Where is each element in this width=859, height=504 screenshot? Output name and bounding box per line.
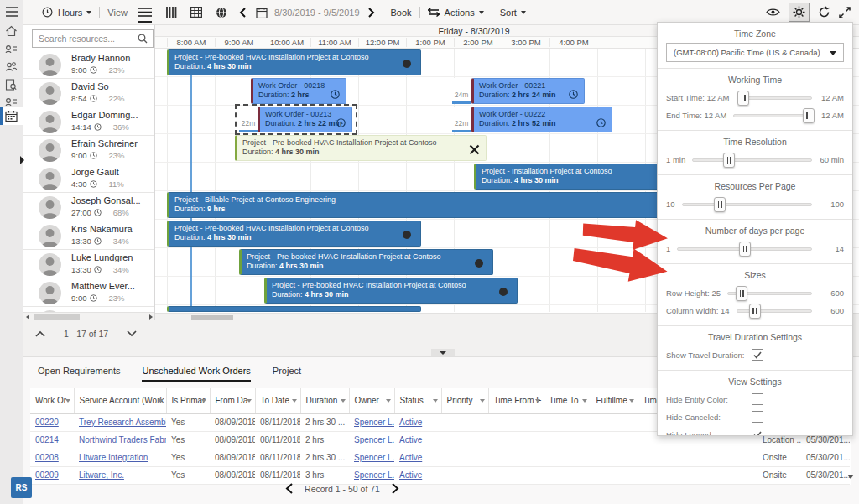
scroll-right-icon[interactable] bbox=[149, 314, 153, 320]
service-account-link[interactable]: Litware Integration bbox=[79, 453, 148, 462]
show-travel-checkbox-checked[interactable] bbox=[752, 349, 763, 361]
status-link[interactable]: Active bbox=[399, 470, 422, 480]
filter-chevron-icon[interactable] bbox=[480, 399, 485, 403]
column-header[interactable]: Work Or bbox=[30, 388, 74, 413]
user-initials-badge[interactable]: RS bbox=[11, 477, 32, 498]
column-width-slider[interactable] bbox=[737, 304, 812, 319]
document-search-icon[interactable] bbox=[5, 79, 18, 92]
filter-chevron-icon[interactable] bbox=[386, 399, 391, 403]
status-link[interactable]: Active bbox=[399, 435, 422, 444]
booking-block-project[interactable]: Project - Pre-booked HVAC Installation P… bbox=[239, 249, 493, 275]
hide-legend-checkbox-checked[interactable] bbox=[752, 429, 763, 436]
resources-per-page-slider[interactable] bbox=[682, 197, 812, 212]
owner-link[interactable]: Spencer L... bbox=[354, 435, 394, 444]
resource-horizontal-scrollbar[interactable] bbox=[23, 312, 155, 320]
booking-block-workorder[interactable]: Work Order - 00218 Duration: 2 hrs bbox=[251, 78, 346, 104]
status-link[interactable]: Active bbox=[399, 453, 422, 462]
start-time-slider[interactable] bbox=[737, 91, 813, 106]
column-header[interactable]: From Da bbox=[210, 388, 255, 413]
refresh-icon[interactable] bbox=[818, 6, 830, 18]
booking-block-project[interactable]: Project - Pre-booked HVAC Installation P… bbox=[167, 221, 421, 247]
status-link[interactable]: Active bbox=[399, 418, 422, 427]
gantt-view-icon[interactable] bbox=[138, 7, 152, 18]
panel-flyout-arrow-icon[interactable] bbox=[20, 156, 24, 164]
filter-chevron-icon[interactable] bbox=[433, 399, 438, 403]
work-order-link[interactable]: 00208 bbox=[35, 453, 59, 462]
booking-block-project[interactable]: Project - Pre-booked HVAC Installation P… bbox=[167, 49, 421, 75]
scrollbar-thumb[interactable] bbox=[34, 314, 80, 320]
work-order-row[interactable]: 00209 Litware, Inc. Yes 08/09/2018 08/11… bbox=[30, 466, 850, 484]
service-account-link[interactable]: Trey Research Assembly bbox=[79, 418, 166, 427]
grid-scroll-down-icon[interactable] bbox=[847, 475, 854, 479]
filter-chevron-icon[interactable] bbox=[535, 399, 540, 403]
page-up-chevron-icon[interactable] bbox=[35, 330, 45, 337]
fullscreen-resize-icon[interactable] bbox=[839, 7, 851, 18]
filter-chevron-icon[interactable] bbox=[201, 399, 206, 403]
column-header[interactable]: Service Account (Work ... bbox=[74, 388, 166, 413]
cancel-x-icon[interactable] bbox=[469, 144, 480, 155]
search-resources-input[interactable] bbox=[32, 29, 154, 48]
settings-gear-button-active[interactable] bbox=[789, 3, 810, 22]
column-header[interactable]: Priority bbox=[441, 388, 488, 413]
column-header[interactable]: Fulfillme bbox=[591, 388, 638, 413]
sort-dropdown[interactable]: Sort bbox=[500, 8, 526, 18]
column-header[interactable]: Duration bbox=[300, 388, 349, 413]
timeline-view-icon[interactable] bbox=[165, 7, 177, 18]
column-header[interactable]: Owner bbox=[349, 388, 394, 413]
booking-block-project[interactable]: Project - Pre-booked HVAC Installation P… bbox=[264, 278, 518, 304]
tab-unscheduled-work-orders[interactable]: Unscheduled Work Orders bbox=[142, 366, 250, 382]
resource-row[interactable]: Efrain Schreiner 9:0023% bbox=[23, 136, 155, 164]
hide-entity-color-checkbox-unchecked[interactable] bbox=[752, 393, 763, 405]
map-view-globe-icon[interactable] bbox=[216, 7, 227, 18]
panel-splitter-handle[interactable] bbox=[431, 349, 455, 356]
resource-row[interactable]: Luke Lundgren 13:3034% bbox=[23, 250, 155, 278]
visibility-eye-icon[interactable] bbox=[766, 8, 780, 17]
next-page-chevron-icon[interactable] bbox=[392, 483, 399, 494]
service-account-link[interactable]: Litware, Inc. bbox=[79, 470, 124, 480]
booking-block-workorder[interactable]: Work Order - 00222 Duration: 2 hrs 52 mi… bbox=[471, 107, 612, 132]
column-header[interactable]: Time From F bbox=[488, 388, 544, 413]
filter-chevron-icon[interactable] bbox=[247, 399, 252, 403]
tab-open-requirements[interactable]: Open Requirements bbox=[38, 366, 120, 382]
slider-thumb[interactable] bbox=[723, 153, 735, 168]
timezone-select[interactable]: (GMT-08:00) Pacific Time (US & Canada) bbox=[666, 43, 844, 62]
slider-thumb[interactable] bbox=[736, 286, 747, 301]
resource-row[interactable]: Kris Nakamura 13:3034% bbox=[23, 221, 155, 250]
service-account-link[interactable]: Northwind Traders Fabric... bbox=[79, 435, 166, 444]
actions-dropdown[interactable]: Actions bbox=[445, 8, 484, 18]
column-header[interactable]: To Date bbox=[255, 388, 300, 413]
booking-block-drag-preview[interactable]: Project - Pre-booked HVAC Installation P… bbox=[235, 135, 487, 161]
row-height-slider[interactable] bbox=[727, 286, 812, 301]
filter-chevron-icon[interactable] bbox=[292, 399, 297, 403]
days-per-page-slider[interactable] bbox=[677, 242, 812, 257]
book-button[interactable]: Book bbox=[391, 8, 412, 18]
date-picker-calendar-icon[interactable] bbox=[256, 7, 268, 18]
work-order-row[interactable]: 00208 Litware Integration Yes 08/09/2018… bbox=[30, 449, 850, 466]
people-group-icon[interactable] bbox=[5, 61, 18, 75]
owner-link[interactable]: Spencer L... bbox=[354, 453, 394, 462]
end-time-slider[interactable] bbox=[733, 108, 812, 123]
booking-block-project[interactable]: Project - Installation Project at Contos… bbox=[474, 164, 675, 190]
slider-thumb[interactable] bbox=[803, 108, 815, 123]
resource-row[interactable]: Joseph Gonsal... 27:0068% bbox=[23, 193, 155, 221]
owner-link[interactable]: Spencer L... bbox=[354, 470, 394, 480]
column-header[interactable]: Is Primar bbox=[166, 388, 210, 413]
resource-row[interactable]: Edgar Doming... 14:1436% bbox=[23, 107, 155, 136]
resources-contact-card-icon[interactable] bbox=[5, 44, 18, 57]
work-order-link[interactable]: 00214 bbox=[35, 435, 59, 444]
resource-row[interactable]: Matthew Ever... 9:0023% bbox=[23, 278, 155, 307]
filter-chevron-icon[interactable] bbox=[629, 399, 634, 403]
hours-scale-dropdown[interactable]: Hours bbox=[58, 8, 91, 18]
booking-block-workorder[interactable]: Work Order - 00221 Duration: 2 hrs 24 mi… bbox=[471, 78, 585, 104]
home-icon[interactable] bbox=[5, 25, 18, 39]
table-view-icon[interactable] bbox=[190, 7, 202, 18]
time-resolution-slider[interactable] bbox=[692, 153, 812, 168]
filter-chevron-icon[interactable] bbox=[341, 399, 346, 403]
filter-chevron-icon[interactable] bbox=[158, 399, 163, 403]
work-order-link[interactable]: 00209 bbox=[35, 470, 59, 480]
filter-chevron-icon[interactable] bbox=[582, 399, 587, 403]
owner-link[interactable]: Spencer L... bbox=[354, 418, 394, 427]
next-dates-chevron-icon[interactable] bbox=[368, 8, 375, 18]
search-icon[interactable] bbox=[138, 34, 148, 44]
hide-canceled-checkbox-unchecked[interactable] bbox=[752, 411, 763, 423]
